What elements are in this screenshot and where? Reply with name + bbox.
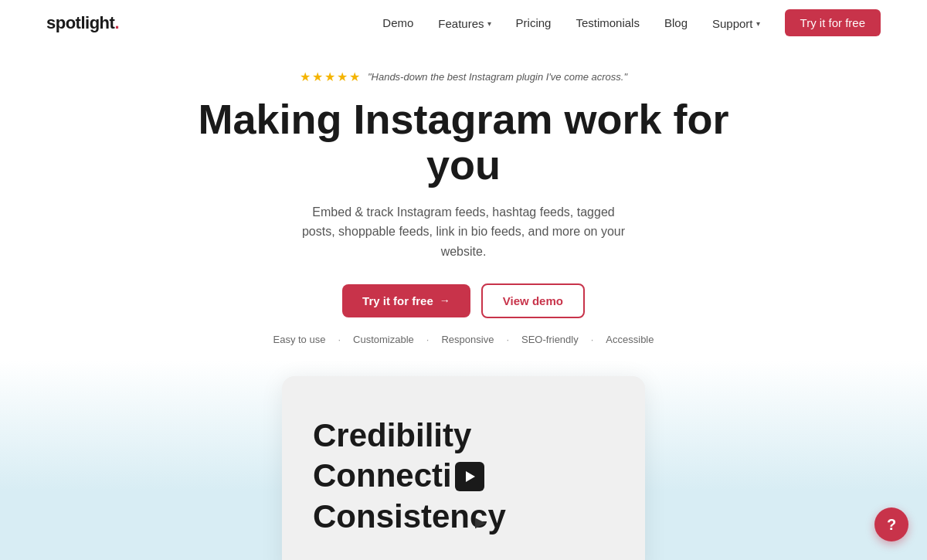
hero-title: Making Instagram work for you <box>193 97 734 188</box>
review-quote: "Hands-down the best Instagram plugin I'… <box>368 71 627 83</box>
chevron-down-icon: ▾ <box>756 19 760 28</box>
chevron-down-icon: ▾ <box>487 19 491 28</box>
nav-item-blog[interactable]: Blog <box>664 16 688 30</box>
video-section: Credibility Connecti Consistency ▶ <box>0 361 927 560</box>
nav-cta-button[interactable]: Try it for free <box>785 9 881 36</box>
nav-links: Demo Features ▾ Pricing Testimonials Blo… <box>382 16 881 30</box>
nav-item-cta[interactable]: Try it for free <box>785 16 881 30</box>
nav-item-pricing[interactable]: Pricing <box>516 16 552 30</box>
review-row: ★★★★★ "Hands-down the best Instagram plu… <box>300 70 627 84</box>
tag-easy: Easy to use <box>267 334 332 345</box>
play-button[interactable] <box>455 462 484 491</box>
star-rating: ★★★★★ <box>300 70 362 84</box>
logo-text: spotlight. <box>46 13 119 32</box>
navbar: spotlight. Demo Features ▾ Pricing Testi… <box>0 0 927 46</box>
hero-subtitle: Embed & track Instagram feeds, hashtag f… <box>301 202 626 262</box>
chat-support-button[interactable] <box>874 507 908 541</box>
nav-link-demo[interactable]: Demo <box>382 16 413 29</box>
separator: · <box>500 334 515 345</box>
nav-link-pricing[interactable]: Pricing <box>516 16 552 29</box>
try-free-label: Try it for free <box>362 294 433 307</box>
tag-customizable: Customizable <box>347 334 420 345</box>
nav-item-features[interactable]: Features ▾ <box>438 17 491 30</box>
feature-tags: Easy to use · Customizable · Responsive … <box>267 334 660 345</box>
video-card: Credibility Connecti Consistency ▶ <box>282 376 645 560</box>
cursor-icon: ▶ <box>475 514 486 531</box>
video-line2: Connecti <box>313 456 506 497</box>
separator: · <box>585 334 600 345</box>
nav-item-support[interactable]: Support ▾ <box>712 17 760 30</box>
nav-link-blog[interactable]: Blog <box>664 16 688 29</box>
video-line1: Credibility <box>313 416 506 456</box>
hero-section: ★★★★★ "Hands-down the best Instagram plu… <box>0 46 927 361</box>
site-logo[interactable]: spotlight. <box>46 13 119 33</box>
tag-seo: SEO-friendly <box>515 334 585 345</box>
tag-responsive: Responsive <box>435 334 500 345</box>
nav-item-testimonials[interactable]: Testimonials <box>576 16 640 30</box>
arrow-icon: → <box>440 294 450 307</box>
tag-accessible: Accessible <box>599 334 660 345</box>
hero-buttons: Try it for free → View demo <box>342 283 585 318</box>
separator: · <box>331 334 347 345</box>
separator: · <box>420 334 436 345</box>
try-free-button[interactable]: Try it for free → <box>342 284 470 317</box>
nav-link-features[interactable]: Features <box>438 17 484 30</box>
nav-item-demo[interactable]: Demo <box>382 16 413 30</box>
view-demo-button[interactable]: View demo <box>481 283 585 318</box>
nav-link-support[interactable]: Support <box>712 17 753 30</box>
nav-link-testimonials[interactable]: Testimonials <box>576 16 640 29</box>
